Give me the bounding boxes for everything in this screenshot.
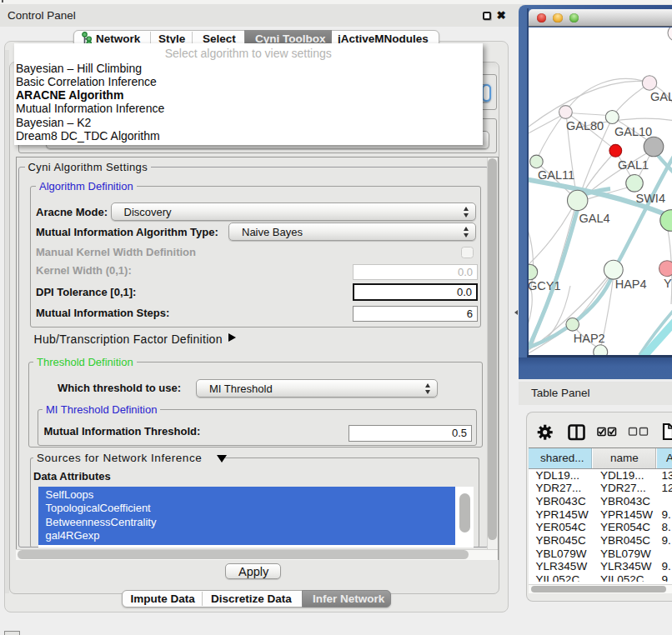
svg-text:GAL7: GAL7 [650, 90, 672, 103]
svg-text:GAL11: GAL11 [538, 168, 574, 182]
svg-text:GAL80: GAL80 [566, 119, 604, 132]
svg-text:GAL1: GAL1 [618, 158, 649, 172]
svg-text:Y: Y [664, 276, 672, 289]
svg-text:HAP2: HAP2 [574, 331, 605, 344]
svg-text:GAL10: GAL10 [614, 124, 652, 138]
svg-text:GCY1: GCY1 [529, 278, 561, 292]
svg-text:HAP4: HAP4 [615, 278, 647, 291]
svg-text:SWI4: SWI4 [636, 192, 665, 205]
svg-text:GAL4: GAL4 [579, 211, 610, 224]
